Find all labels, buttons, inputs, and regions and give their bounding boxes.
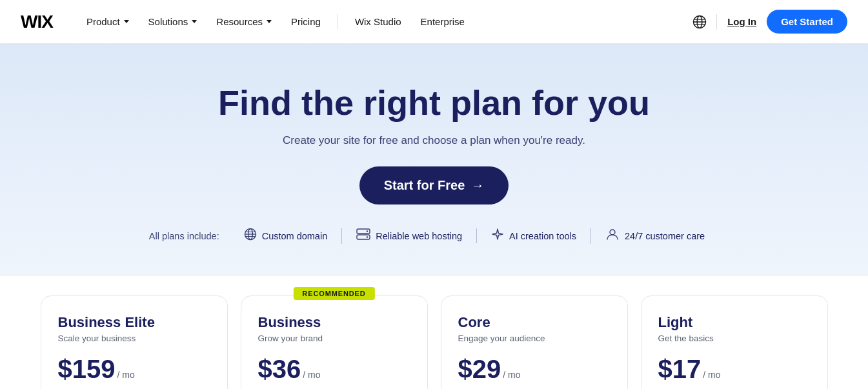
chevron-down-icon <box>267 20 272 23</box>
plan-price: $17 / mo <box>658 355 811 384</box>
svg-point-13 <box>367 236 368 237</box>
plan-card-light: LightGet the basics $17 / mo ✓ Free doma… <box>641 295 828 389</box>
svg-point-14 <box>610 230 615 235</box>
globe-icon[interactable] <box>691 13 709 31</box>
plan-name: Business <box>258 314 410 331</box>
nav-resources[interactable]: Resources <box>208 11 279 32</box>
plan-card-business-elite: Business EliteScale your business $159 /… <box>41 295 228 389</box>
nav-product[interactable]: Product <box>79 11 137 32</box>
plan-name: Core <box>458 314 611 331</box>
start-for-free-button[interactable]: Start for Free → <box>359 166 509 204</box>
nav-links: Product Solutions Resources Pricing Wix … <box>79 11 691 32</box>
custom-domain-label: Custom domain <box>262 231 328 241</box>
globe-feature-icon <box>244 228 257 244</box>
hero-subtitle: Create your site for free and choose a p… <box>13 134 855 147</box>
arrow-icon: → <box>471 178 484 193</box>
hero-section: Find the right plan for you Create your … <box>0 44 868 276</box>
customer-care-label: 24/7 customer care <box>625 231 705 241</box>
plan-price-amount: $29 <box>458 355 501 384</box>
feature-custom-domain: Custom domain <box>230 228 343 244</box>
plan-name: Business Elite <box>58 314 210 331</box>
plan-tagline: Get the basics <box>658 334 811 343</box>
plan-price-period: / mo <box>703 370 720 380</box>
chevron-down-icon <box>124 20 129 23</box>
feature-customer-care: 24/7 customer care <box>591 228 719 244</box>
nav-pricing[interactable]: Pricing <box>283 11 328 32</box>
navigation: WIX Product Solutions Resources Pricing … <box>0 0 868 44</box>
plan-name: Light <box>658 314 811 331</box>
hero-title: Find the right plan for you <box>13 83 855 123</box>
hosting-icon <box>356 228 370 243</box>
login-link[interactable]: Log In <box>725 11 759 32</box>
feature-ai-tools: AI creation tools <box>477 228 591 244</box>
plan-card-business: RECOMMENDEDBusinessGrow your brand $36 /… <box>241 295 428 389</box>
nav-enterprise[interactable]: Enterprise <box>413 11 472 32</box>
plan-price-amount: $36 <box>258 355 301 384</box>
customer-care-icon <box>605 228 620 244</box>
nav-right-divider <box>716 14 717 30</box>
plan-price: $29 / mo <box>458 355 611 384</box>
plan-tagline: Grow your brand <box>258 334 410 343</box>
wix-logo[interactable]: WIX <box>21 12 53 32</box>
web-hosting-label: Reliable web hosting <box>376 231 462 241</box>
plan-tagline: Scale your business <box>58 334 210 343</box>
hero-features: All plans include: Custom domain <box>13 228 855 244</box>
plan-card-core: CoreEngage your audience $29 / mo ✓ Free… <box>441 295 628 389</box>
plan-price: $36 / mo <box>258 355 410 384</box>
svg-point-12 <box>367 230 368 232</box>
plan-price-period: / mo <box>117 370 134 380</box>
feature-web-hosting: Reliable web hosting <box>342 228 477 243</box>
nav-wix-studio[interactable]: Wix Studio <box>347 11 409 32</box>
plan-price-amount: $17 <box>658 355 701 384</box>
plans-section: Business EliteScale your business $159 /… <box>0 276 868 389</box>
chevron-down-icon <box>192 20 197 23</box>
all-plans-label: All plans include: <box>149 231 230 241</box>
recommended-badge: RECOMMENDED <box>293 287 374 300</box>
plan-tagline: Engage your audience <box>458 334 611 343</box>
ai-tools-label: AI creation tools <box>509 231 576 241</box>
nav-right: Log In Get Started <box>691 10 847 34</box>
hero-cta-label: Start for Free <box>384 178 465 193</box>
ai-icon <box>491 228 504 244</box>
plan-price: $159 / mo <box>58 355 210 384</box>
plan-price-period: / mo <box>503 370 520 380</box>
plan-price-amount: $159 <box>58 355 116 384</box>
plan-price-period: / mo <box>303 370 320 380</box>
nav-solutions[interactable]: Solutions <box>141 11 205 32</box>
nav-divider <box>338 14 338 30</box>
get-started-button[interactable]: Get Started <box>767 10 847 34</box>
